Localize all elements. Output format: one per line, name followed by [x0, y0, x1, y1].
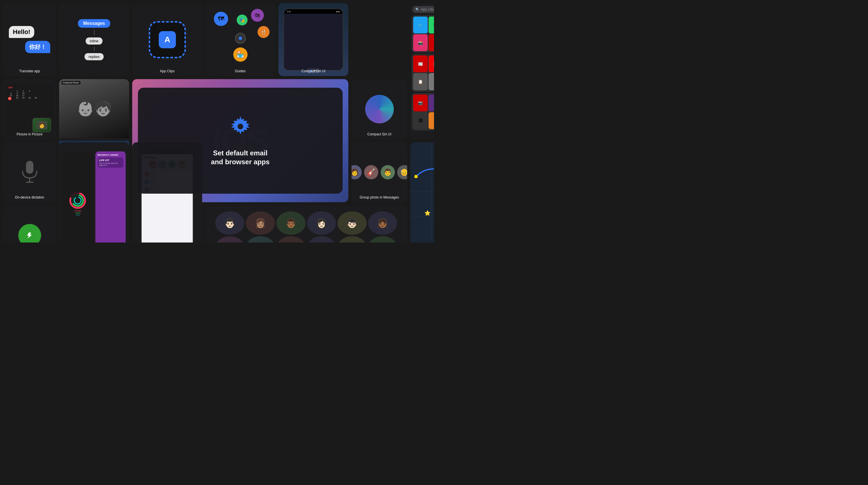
tile-messages-inline[interactable]: Messages inline replies: [59, 3, 129, 76]
pip-calendar: Jun 123 8910 151617 2223242526 👩: [6, 84, 53, 135]
compact-siri-inner: [351, 79, 407, 139]
group-avatars: 👩 🎸 👨 👴: [351, 165, 407, 179]
pip-person: 👩: [36, 121, 48, 129]
cal-grid: 123 8910 151617 2223242526: [8, 90, 51, 100]
guide-center: [229, 28, 252, 51]
podcast-sub: This Is Good Time To Start A G...: [99, 162, 122, 166]
widget-activity: 375/500 19/30 4/12: [63, 151, 93, 243]
app-library-label: App Library: [410, 132, 434, 136]
al-app-news2[interactable]: 📊: [429, 55, 434, 72]
memoji-3: 👨🏾: [276, 211, 306, 235]
tile-pip[interactable]: Jun 123 8910 151617 2223242526 👩 Picture…: [3, 79, 56, 139]
featured-photo-bg: 👶🧒: [59, 79, 129, 138]
gear-icon: [229, 115, 252, 143]
map-grid-svg: [410, 142, 434, 243]
guide-dot-1: 🗺: [214, 12, 228, 26]
gp-avatar-3: 👨: [381, 165, 395, 179]
translate-label: Translate app: [3, 69, 56, 73]
tile-app-library[interactable]: 🔍 App Library 🐦 💬 📸 ▶ 🏰 📺 N 📱: [410, 3, 434, 139]
main-grid: Hello! 你好！ Translate app Messages inline…: [0, 0, 434, 243]
tile-new-memoji[interactable]: 👨🏻 👩🏽 👨🏾 👩🏻 👦🏻 👧🏾 🧔🏻 👩🏿 👱🏼 👨🏿 🧓🏻 👩🏼 New …: [205, 205, 407, 243]
memoji-8: 👩🏿: [246, 236, 275, 243]
default-email-overlay: Set default emailand browser apps: [138, 88, 343, 194]
widgets-grid: 375/500 19/30 4/12 RECENTLY ADDED LIFE K…: [63, 151, 126, 243]
al-app-twitter[interactable]: 🐦: [413, 17, 428, 33]
tile-translate[interactable]: Hello! 你好！ Translate app: [3, 3, 56, 76]
featured-tag: Featured Photo: [61, 81, 81, 85]
msg-connector2: [94, 47, 94, 51]
tile-compact-siri-header: 9:41 ●●● Siri Compact Siri UI: [278, 3, 348, 76]
memoji-5: 👦🏻: [338, 211, 367, 235]
tile-compact-siri-cell[interactable]: Compact Siri UI: [351, 79, 407, 139]
guides-label: Guides: [205, 69, 275, 73]
cal-today: 22: [8, 97, 11, 100]
activity-rings: [69, 192, 86, 209]
group-photo-content: 👩 🎸 👨 👴: [351, 142, 407, 202]
widget-podcast: RECENTLY ADDED LIFE KIT This Is Good Tim…: [95, 151, 126, 243]
al-app-cam3[interactable]: 🖼: [413, 112, 428, 129]
featured-photo-section: Featured Photo 👶🧒: [59, 79, 129, 138]
cal-content: Jun 123 8910 151617 2223242526: [6, 84, 53, 102]
siri-sphere: [365, 95, 394, 123]
phone-time: 9:41: [287, 10, 291, 12]
svg-text:A: A: [164, 35, 170, 44]
dictation-content: [3, 142, 56, 202]
app-library-search[interactable]: 🔍 App Library: [412, 6, 434, 13]
gp-avatar-2: 🎸: [364, 165, 378, 179]
activity-rings-svg: [69, 192, 86, 209]
phone-screen-content: Siri: [284, 14, 342, 70]
gp-avatar-4: 👴: [397, 165, 407, 179]
tile-widgets[interactable]: 375/500 19/30 4/12 RECENTLY ADDED LIFE K…: [59, 142, 129, 243]
activity-min: 19/30: [75, 212, 81, 214]
tile-maps-ev[interactable]: Maps EV routing: [3, 205, 56, 243]
app-library-grid: 🐦 💬 📸 ▶ 🏰 📺 N 📱 📰 📊 📋 🗞: [412, 15, 434, 130]
cal-month: Jun: [8, 86, 51, 89]
tile-app-clips[interactable]: A App Clips: [132, 3, 202, 76]
siri-phone-mockup: 9:41 ●●● Siri: [283, 8, 343, 70]
star-marker: ⭐: [424, 210, 431, 216]
al-app-messages[interactable]: 💬: [429, 17, 434, 33]
mic-svg: [20, 159, 40, 185]
translate-bubble-en: Hello!: [9, 26, 34, 38]
svg-point-13: [414, 175, 418, 178]
tile-dictation[interactable]: On-device dictation: [3, 142, 56, 202]
guide-dot-2: 🛍: [251, 9, 264, 22]
memoji-grid: 👨🏻 👩🏽 👨🏾 👩🏻 👦🏻 👧🏾 🧔🏻 👩🏿 👱🏼 👨🏿 🧓🏻 👩🏼: [215, 211, 397, 243]
search-text: App Library: [421, 7, 434, 11]
guides-content: 🗺 🛍 🍴 🏪 🎭: [205, 3, 275, 76]
al-app-lr[interactable]: Lr: [429, 95, 434, 112]
guide-dot-5: 🎭: [237, 14, 248, 25]
svg-point-3: [239, 36, 242, 40]
al-folder-social[interactable]: 🐦 💬 📸 ▶: [412, 15, 434, 53]
activity-cals: 375/500: [74, 210, 82, 212]
translate-bubble-zh: 你好！: [25, 41, 50, 53]
tile-group-photo[interactable]: 👩 🎸 👨 👴 Group photo in Messages: [351, 142, 407, 202]
pip-label: Picture in Picture: [3, 132, 56, 136]
al-app-red[interactable]: ▶: [429, 34, 434, 51]
pip-video-overlay: 👩: [33, 118, 51, 132]
podcast-name: LIFE KIT: [99, 159, 122, 162]
ev-icon-svg: [23, 229, 36, 242]
memoji-11: 🧓🏻: [338, 236, 367, 243]
featured-photo-emoji: 👶🧒: [76, 100, 112, 117]
memoji-1: 👨🏻: [215, 211, 244, 235]
phone-signal: ●●●: [336, 10, 340, 12]
al-app-insta[interactable]: 📸: [413, 34, 428, 51]
al-app-news4[interactable]: 🗞: [429, 73, 434, 90]
podcast-album: LIFE KIT This Is Good Time To Start A G.…: [98, 157, 123, 168]
memoji-6: 👧🏾: [368, 211, 397, 235]
al-folder-camera[interactable]: 📷 Lr 🖼 🎬: [412, 93, 434, 130]
al-app-camera[interactable]: 📷: [413, 95, 428, 112]
tile-guides[interactable]: 🗺 🛍 🍴 🏪 🎭 Guides: [205, 3, 275, 76]
tile-cycling[interactable]: 🚲 ⭐ Cycling directions in Maps: [410, 142, 434, 243]
pip-person-emoji: 👩: [38, 122, 45, 128]
msg-connector: [94, 30, 94, 35]
svg-rect-6: [26, 161, 33, 174]
al-app-cam4[interactable]: 🎬: [429, 112, 434, 129]
maps-ev-content: [3, 205, 56, 243]
memoji-2: 👩🏽: [246, 211, 275, 235]
al-app-nyt[interactable]: 📰: [413, 55, 428, 72]
al-folder-news[interactable]: 📰 📊 📋 🗞: [412, 54, 434, 91]
default-email-title: Set default emailand browser apps: [211, 149, 270, 166]
al-app-news3[interactable]: 📋: [413, 73, 428, 90]
